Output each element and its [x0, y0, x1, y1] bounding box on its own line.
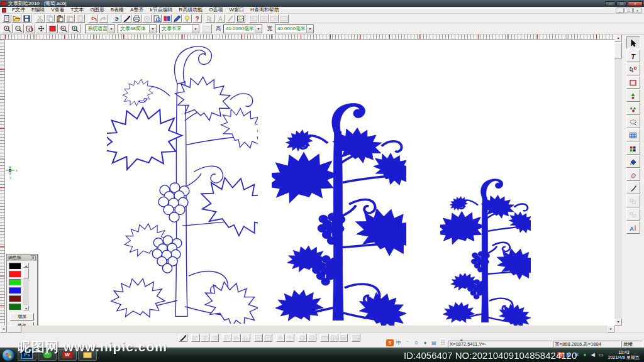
tool-color-dots-button[interactable] — [626, 142, 640, 155]
color-swatch-3[interactable] — [9, 287, 21, 294]
menu-V查看[interactable]: V查看 — [48, 7, 67, 13]
horizontal-scroll-thumb[interactable] — [8, 326, 21, 332]
vertical-scrollbar[interactable]: ▴ ▾ — [614, 35, 622, 326]
menu-T文本[interactable]: T文本 — [68, 7, 87, 13]
menu-G图形[interactable]: G图形 — [87, 7, 107, 13]
menu-F文件[interactable]: F文件 — [9, 7, 28, 13]
palette-scrollbar[interactable]: ▴ ▾ — [23, 263, 29, 310]
taskbar-app-photoshop[interactable]: Ps — [18, 349, 36, 361]
tool-plant-shape1-button[interactable] — [626, 89, 640, 102]
align-knife-button[interactable] — [179, 334, 187, 342]
chevron-down-icon[interactable]: ▾ — [255, 25, 262, 33]
horizontal-scrollbar[interactable]: ◂ ▸ — [0, 326, 614, 332]
menu-k节点编辑[interactable]: k节点编辑 — [147, 7, 175, 13]
menu-O选项[interactable]: O选项 — [206, 7, 226, 13]
toolbar-charmap-button[interactable]: Э — [112, 14, 121, 23]
toolbar-zoom-in-button[interactable] — [2, 24, 13, 33]
taskbar-app-wechat[interactable] — [38, 349, 57, 361]
tool-node-edit-button[interactable] — [626, 63, 640, 75]
toolbar-pen-button[interactable] — [172, 14, 182, 23]
chevron-down-icon[interactable]: ▾ — [108, 25, 114, 33]
toolbar-new-button[interactable] — [2, 14, 11, 23]
toolbar-open-button[interactable] — [12, 14, 21, 23]
color-swatch-0[interactable] — [9, 263, 21, 270]
font-select[interactable]: 文泰98简体 ▾ — [118, 25, 157, 33]
scroll-down-icon[interactable]: ▾ — [23, 305, 29, 310]
scroll-down-icon[interactable]: ▾ — [614, 319, 622, 326]
tool-select-arrow-button[interactable] — [626, 36, 640, 49]
tool-rect-tool-button[interactable] — [626, 76, 640, 89]
tool-lasso-tool-button[interactable] — [626, 116, 640, 128]
toolbar-zoom-page-button[interactable] — [25, 24, 35, 33]
taskbar-clock[interactable]: 10:43 2021/4/9 星期五 — [608, 350, 640, 360]
color-swatch-2[interactable] — [9, 279, 21, 286]
tray-network-icon[interactable]: ▭ — [598, 352, 604, 358]
tool-fill-tool-button[interactable] — [626, 155, 640, 168]
tool-table-tool-button[interactable] — [626, 129, 640, 141]
taskbar-app-folder[interactable] — [78, 349, 97, 361]
vine-filled-large-design[interactable] — [272, 100, 406, 326]
color-swatch-4[interactable] — [9, 295, 21, 302]
toolbar-zoom-all-button[interactable] — [70, 24, 80, 33]
menu-R高级功能[interactable]: R高级功能 — [175, 7, 206, 13]
scroll-up-icon[interactable]: ▴ — [614, 35, 622, 41]
scroll-right-icon[interactable]: ▸ — [608, 326, 614, 332]
vine-outline-design[interactable] — [107, 42, 258, 324]
scroll-left-icon[interactable]: ◂ — [0, 326, 7, 332]
mdi-restore-button[interactable]: □ — [625, 8, 633, 13]
toolbar-pan-button[interactable] — [36, 24, 47, 33]
font2-select[interactable]: 文泰长宋 ▾ — [159, 25, 199, 33]
toolbar-knife-button[interactable] — [122, 14, 131, 23]
tool-knife-tool-button[interactable] — [626, 182, 640, 194]
tray-snow-icon[interactable]: ✱ — [574, 352, 580, 358]
tool-plant-shape2-button[interactable] — [626, 102, 640, 115]
mdi-close-button[interactable]: × — [633, 8, 641, 13]
toolbar-zoom-obj-button[interactable] — [58, 24, 69, 33]
toolbar-image-button[interactable] — [236, 14, 245, 23]
menu-B表格[interactable]: B表格 — [108, 7, 127, 13]
chevron-down-icon[interactable]: ▾ — [149, 25, 156, 33]
toolbar-zoom-out-button[interactable] — [13, 24, 24, 33]
mdi-minimize-button[interactable]: _ — [616, 8, 624, 13]
menu-W窗口[interactable]: W窗口 — [226, 7, 247, 13]
toolbar-save-button[interactable] — [22, 14, 31, 23]
palette-corner-button[interactable]: B — [31, 255, 36, 260]
sogou-s-icon[interactable]: S — [386, 339, 394, 346]
mic-icon[interactable]: ♦ — [421, 339, 429, 346]
toolbar-layout-button[interactable] — [162, 14, 172, 23]
toolbar-bulb-button[interactable] — [182, 14, 192, 23]
emoji-icon[interactable]: ☺ — [413, 339, 420, 346]
language-select[interactable]: 系统语言 ▾ — [85, 25, 115, 33]
toolbar-paste-button[interactable] — [55, 14, 65, 23]
vertical-scroll-thumb[interactable] — [614, 42, 622, 58]
keyboard-icon[interactable]: ▤ — [430, 339, 438, 346]
taskbar-app-wentai[interactable]: W — [58, 349, 77, 361]
menu-H查询和帮助[interactable]: H查询和帮助 — [247, 7, 282, 13]
maximize-button[interactable]: □ — [616, 1, 627, 6]
zh-mode-icon[interactable]: 中 — [395, 339, 402, 346]
palette-add-button[interactable]: 增加 — [10, 313, 34, 321]
close-button[interactable]: × — [628, 1, 643, 6]
vine-filled-small-design[interactable] — [440, 177, 531, 326]
tray-qq-icon[interactable]: ▣ — [565, 352, 572, 358]
punct-icon[interactable]: ’ — [404, 339, 411, 346]
minimize-button[interactable]: — — [605, 1, 616, 6]
color-swatch-1[interactable] — [9, 271, 21, 278]
color-swatch-5[interactable] — [9, 304, 21, 310]
start-button[interactable] — [2, 349, 14, 361]
tray-volume-icon[interactable]: ◀ — [590, 352, 596, 358]
tray-chat-icon[interactable]: ● — [582, 352, 588, 358]
toolbar-print-button[interactable] — [132, 14, 142, 23]
scroll-up-icon[interactable]: ▴ — [23, 263, 29, 268]
tool-kerning-tool-button[interactable]: A — [626, 221, 640, 234]
drawing-canvas[interactable]: x y 调色板 B ▴ ▾ 增加 修改 — [5, 40, 614, 326]
chevron-down-icon[interactable]: ▾ — [192, 25, 199, 33]
person-icon[interactable]: ☷ — [439, 339, 447, 346]
tool-text-tool-button[interactable]: T — [626, 50, 640, 62]
toolbar-undo-button[interactable] — [89, 14, 98, 23]
toolbar-red-square-button[interactable] — [47, 24, 58, 33]
menu-E编辑[interactable]: E编辑 — [28, 7, 48, 13]
chevron-down-icon[interactable]: ▾ — [306, 25, 313, 33]
tool-eraser-tool-button[interactable] — [626, 168, 640, 181]
tray-sogou-icon[interactable]: S — [557, 352, 564, 358]
